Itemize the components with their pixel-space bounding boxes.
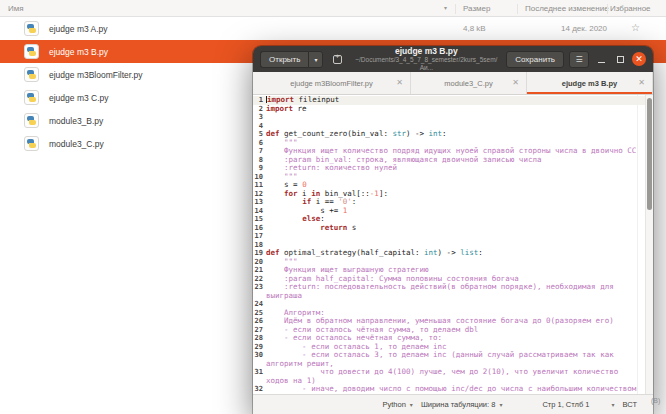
python-file-icon: [24, 44, 39, 59]
language-selector[interactable]: Python▾: [383, 400, 413, 409]
line-number: 4: [253, 122, 266, 131]
code-line: 9 :return: количество нулей: [253, 164, 653, 173]
line-number: 7: [253, 147, 266, 156]
clipped-status-text: (B): [651, 397, 660, 404]
code-line: 3: [253, 113, 653, 122]
tab-close-icon[interactable]: ✕: [512, 79, 519, 87]
code-line: 10 """: [253, 173, 653, 182]
tab-label: module3_C.py: [444, 79, 492, 88]
line-number: 29: [253, 343, 266, 352]
file-name: ejudge m3BloomFilter.py: [49, 70, 143, 80]
tab-label: ejudge m3 B.py: [562, 79, 617, 88]
vertical-scrollbar[interactable]: [645, 95, 653, 394]
code-line: 19def optimal_strategy(half_capital: int…: [253, 249, 653, 258]
line-number: 23: [253, 283, 266, 292]
python-file-icon: [24, 90, 39, 105]
tab-close-icon[interactable]: ✕: [396, 79, 403, 87]
code-text: """: [266, 173, 653, 182]
code-text: def get_count_zero(bin_val: str) -> int:: [266, 130, 653, 139]
file-name: module3_B.py: [49, 116, 103, 126]
chevron-down-icon: ▾: [499, 401, 502, 408]
save-button[interactable]: Сохранить: [506, 51, 564, 68]
line-number: [253, 377, 266, 386]
line-number: 31: [253, 368, 266, 377]
code-text: return s: [266, 224, 653, 233]
line-number: 17: [253, 232, 266, 241]
open-button[interactable]: Открыть: [260, 51, 308, 68]
line-number: 11: [253, 181, 266, 190]
line-number: 14: [253, 207, 266, 216]
line-number: 15: [253, 215, 266, 224]
scrollbar-thumb[interactable]: [647, 98, 652, 210]
file-row[interactable]: ejudge m3 A.py4,8 kB14 дек. 2020☆: [0, 17, 666, 40]
line-number: 16: [253, 224, 266, 233]
line-number: 6: [253, 139, 266, 148]
column-header-name[interactable]: Имя: [8, 4, 24, 13]
editor-tab[interactable]: module3_C.py✕: [411, 72, 527, 94]
minimize-button[interactable]: [594, 52, 608, 66]
new-document-button[interactable]: +: [328, 51, 346, 68]
star-icon[interactable]: ☆: [631, 21, 640, 34]
code-text: что довести до 4(100) лучше, чем до 2(10…: [266, 368, 653, 377]
tab-bar: ejudge m3BloomFilter.py✕module3_C.py✕eju…: [253, 72, 653, 95]
hamburger-menu-button[interactable]: ☰: [569, 51, 589, 68]
close-button[interactable]: ✕: [632, 52, 646, 66]
file-size: 4,8 kB: [463, 24, 486, 33]
line-number: [253, 292, 266, 301]
tab-label: ejudge m3BloomFilter.py: [290, 79, 373, 88]
code-text: import re: [266, 105, 653, 114]
line-number: 21: [253, 266, 266, 275]
maximize-button[interactable]: [613, 52, 627, 66]
editor-tab[interactable]: ejudge m3 B.py✕: [527, 72, 653, 94]
code-text: :return: последовательность действий(в о…: [266, 283, 653, 292]
code-line: 5def get_count_zero(bin_val: str) -> int…: [253, 130, 653, 139]
python-file-icon: [24, 21, 39, 36]
open-split-button: Открыть ▾: [260, 51, 323, 68]
column-divider: [517, 4, 518, 14]
file-modified-date: 14 дек. 2020: [520, 24, 607, 33]
line-number: 25: [253, 309, 266, 318]
insert-mode-indicator[interactable]: ВСТ: [622, 400, 637, 409]
line-number: 20: [253, 258, 266, 267]
code-line: 16 return s: [253, 224, 653, 233]
column-divider: [455, 4, 456, 14]
line-number: 10: [253, 173, 266, 182]
code-line: 17: [253, 232, 653, 241]
tab-width-selector[interactable]: Ширина табуляции: 8▾: [421, 400, 503, 409]
cursor-position-indicator[interactable]: Стр 1, Стлб 1: [542, 400, 589, 409]
line-number: 27: [253, 326, 266, 335]
code-area[interactable]: 1import fileinput2import re345def get_co…: [253, 95, 653, 394]
maximize-icon: [617, 56, 624, 63]
new-document-icon: +: [333, 55, 342, 64]
code-line: 2import re: [253, 105, 653, 114]
column-header-starred[interactable]: Избранное: [610, 4, 651, 13]
tab-close-icon[interactable]: ✕: [638, 79, 645, 87]
line-number: 22: [253, 275, 266, 284]
text-editor-window: Открыть ▾ + ejudge m3 B.py ~/Documents/3…: [253, 46, 653, 414]
line-number: [253, 360, 266, 369]
window-title: ejudge m3 B.py: [351, 46, 501, 56]
code-text: :return: количество нулей: [266, 164, 653, 173]
editor-tab[interactable]: ejudge m3BloomFilter.py✕: [253, 72, 411, 94]
column-header-modified[interactable]: Последнее изменение: [525, 4, 609, 13]
status-bar: Python▾ Ширина табуляции: 8▾ Стр 1, Стлб…: [253, 394, 653, 414]
open-dropdown-button[interactable]: ▾: [308, 51, 323, 68]
line-number: 18: [253, 241, 266, 250]
line-number: 8: [253, 156, 266, 165]
line-number: 32: [253, 385, 266, 394]
code-text: - иначе, доводим число с помощью inc/dec…: [266, 385, 653, 394]
line-number: 24: [253, 300, 266, 309]
line-number: 26: [253, 317, 266, 326]
sort-caret-icon: ▾: [444, 4, 447, 11]
chevron-down-icon: ▾: [410, 401, 413, 408]
chevron-down-icon: ▾: [611, 401, 614, 408]
code-line: 1import fileinput: [253, 96, 653, 105]
right-margin-line: [637, 95, 638, 394]
minimize-icon: [598, 62, 605, 63]
column-header-size[interactable]: Размер: [463, 4, 491, 13]
file-name: ejudge m3 C.py: [49, 93, 109, 103]
python-file-icon: [24, 67, 39, 82]
line-number: 30: [253, 351, 266, 360]
code-text: import fileinput: [266, 96, 653, 105]
window-title-area: ejudge m3 B.py ~/Documents/3_4_5_7_8_sem…: [351, 46, 501, 72]
